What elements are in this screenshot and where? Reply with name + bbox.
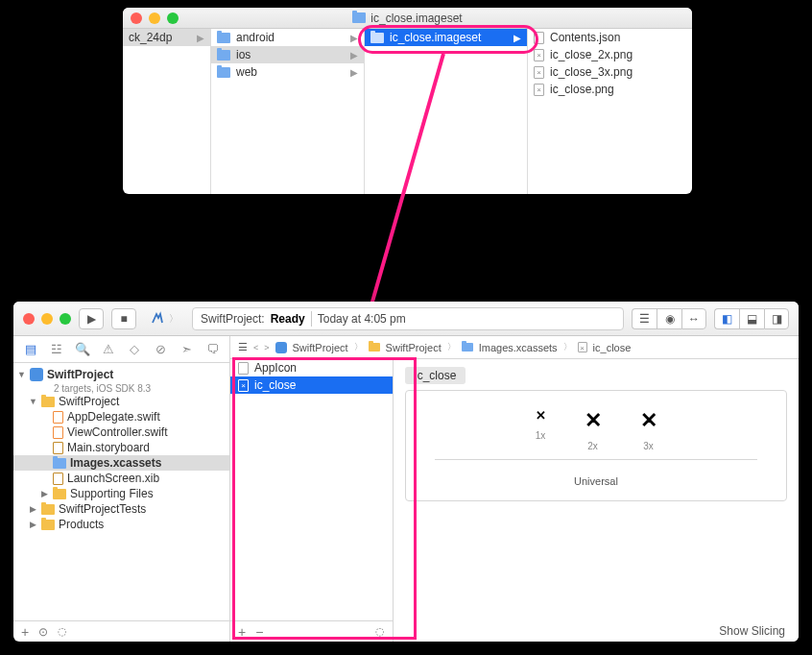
tree-file[interactable]: AppDelegate.swift	[13, 409, 229, 425]
folder-icon	[352, 12, 366, 23]
run-button[interactable]: ▶	[79, 308, 104, 329]
swift-file-icon	[53, 426, 63, 439]
tree-file[interactable]: ViewController.swift	[13, 425, 229, 440]
folder-icon	[41, 397, 55, 407]
related-items-icon[interactable]: ☰	[238, 341, 248, 353]
slot-2x[interactable]: ✕2x	[585, 408, 602, 451]
issue-navigator-icon[interactable]: ⚠	[99, 342, 118, 356]
test-navigator-icon[interactable]: ◇	[125, 342, 144, 356]
search-navigator-icon[interactable]: 🔍	[73, 342, 92, 356]
recent-filter-icon[interactable]: ⊙	[38, 625, 48, 639]
storyboard-file-icon	[53, 442, 63, 454]
bottom-panel-button[interactable]: ⬓	[739, 308, 764, 329]
chevron-right-icon: ▶	[197, 33, 204, 43]
app-icon	[150, 311, 165, 327]
tree-file[interactable]: Main.storyboard	[13, 440, 229, 455]
asset-canvas: ic_close ✕1x ✕2x ✕3x Universal Show Slic…	[394, 359, 799, 642]
project-tree[interactable]: ▼SwiftProject 2 targets, iOS SDK 8.3 ▼Sw…	[13, 363, 229, 620]
version-editor-button[interactable]: ↔	[681, 308, 706, 329]
tree-root-subtitle: 2 targets, iOS SDK 8.3	[13, 382, 229, 394]
minimize-icon[interactable]	[149, 12, 160, 24]
folder-item[interactable]: web▶	[211, 63, 364, 81]
zoom-icon[interactable]	[60, 313, 71, 325]
slot-3x[interactable]: ✕3x	[640, 408, 657, 451]
file-item[interactable]: ×ic_close_2x.png	[528, 46, 691, 63]
tree-file[interactable]: LaunchScreen.xib	[13, 471, 229, 486]
minimize-icon[interactable]	[41, 313, 53, 325]
debug-navigator-icon[interactable]: ⊘	[151, 342, 170, 356]
jump-bar[interactable]: ☰ <> SwiftProject〉 SwiftProject〉 Images.…	[230, 336, 799, 359]
image-x-icon: ×	[578, 342, 587, 352]
annotation-circle	[358, 25, 538, 54]
x-icon: ✕	[640, 408, 657, 433]
scm-filter-icon[interactable]: ◌	[58, 625, 67, 638]
standard-editor-button[interactable]: ☰	[632, 308, 657, 329]
project-navigator-icon[interactable]: ▤	[21, 342, 40, 356]
right-panel-button[interactable]: ◨	[764, 308, 789, 329]
xcode-toolbar: ▶ ■ 〉 SwiftProject: Ready Today at 4:05 …	[13, 302, 799, 336]
tree-group[interactable]: ▶SwiftProjectTests	[13, 501, 229, 517]
zoom-icon[interactable]	[167, 12, 179, 24]
panel-toggle-group[interactable]: ◧ ⬓ ◨	[714, 308, 789, 329]
tree-project-root[interactable]: ▼SwiftProject	[13, 367, 229, 382]
stop-button[interactable]: ■	[111, 308, 136, 329]
assistant-editor-button[interactable]: ◉	[657, 308, 681, 329]
image-x-icon: ×	[534, 66, 544, 79]
folder-icon	[217, 33, 230, 43]
project-icon	[30, 368, 43, 381]
show-slicing-button[interactable]: Show Slicing	[719, 624, 785, 638]
close-icon[interactable]	[131, 12, 142, 24]
folder-icon	[217, 50, 230, 61]
file-item[interactable]: Contents.json	[528, 29, 691, 46]
assets-icon	[53, 458, 66, 469]
left-panel-button[interactable]: ◧	[714, 308, 739, 329]
folder-icon	[53, 489, 66, 499]
folder-item[interactable]: android▶	[211, 29, 364, 46]
symbol-navigator-icon[interactable]: ☳	[47, 342, 66, 356]
file-item[interactable]: ×ic_close.png	[528, 81, 691, 98]
universal-label: Universal	[406, 475, 786, 487]
window-title: ic_close.imageset	[370, 12, 462, 25]
breakpoint-navigator-icon[interactable]: ➣	[177, 342, 196, 356]
finder-column-1[interactable]: android▶ ios▶ web▶	[211, 29, 365, 194]
editor-mode-group[interactable]: ☰ ◉ ↔	[632, 308, 706, 329]
folder-icon	[369, 343, 380, 352]
traffic-lights[interactable]	[131, 12, 179, 24]
folder-icon	[41, 504, 55, 515]
status-bar: SwiftProject: Ready Today at 4:05 pm	[192, 307, 624, 330]
navigator-panel: ▤ ☳ 🔍 ⚠ ◇ ⊘ ➣ 🗨 ▼SwiftProject 2 targets,…	[13, 336, 230, 642]
close-icon[interactable]	[23, 313, 35, 325]
image-x-icon: ×	[534, 49, 544, 61]
project-icon	[275, 342, 287, 353]
annotation-rectangle	[232, 357, 417, 640]
add-button[interactable]: +	[21, 624, 29, 640]
slot-1x[interactable]: ✕1x	[536, 408, 546, 451]
xib-file-icon	[53, 473, 63, 485]
folder-icon	[41, 520, 55, 530]
traffic-lights[interactable]	[23, 313, 71, 325]
assets-icon	[462, 343, 473, 352]
folder-icon	[217, 67, 230, 78]
finder-column-0[interactable]: ck_24dp▶	[123, 29, 211, 194]
folder-item[interactable]: ck_24dp▶	[123, 29, 210, 46]
scheme-selector[interactable]: 〉	[150, 311, 179, 327]
finder-column-3[interactable]: Contents.json ×ic_close_2x.png ×ic_close…	[528, 29, 691, 194]
tree-group[interactable]: ▶Supporting Files	[13, 486, 229, 501]
swift-file-icon	[53, 411, 63, 424]
tree-file-selected[interactable]: Images.xcassets	[13, 455, 229, 471]
file-item[interactable]: ×ic_close_3x.png	[528, 63, 691, 81]
x-icon: ✕	[585, 408, 602, 433]
x-icon: ✕	[536, 408, 546, 423]
navigator-filter-bar[interactable]: + ⊙ ◌	[13, 620, 229, 642]
tree-group[interactable]: ▼SwiftProject	[13, 394, 229, 409]
image-x-icon: ×	[534, 84, 544, 96]
navigator-selector[interactable]: ▤ ☳ 🔍 ⚠ ◇ ⊘ ➣ 🗨	[13, 336, 229, 363]
report-navigator-icon[interactable]: 🗨	[203, 342, 222, 356]
tree-group[interactable]: ▶Products	[13, 517, 229, 532]
folder-item[interactable]: ios▶	[211, 46, 364, 63]
